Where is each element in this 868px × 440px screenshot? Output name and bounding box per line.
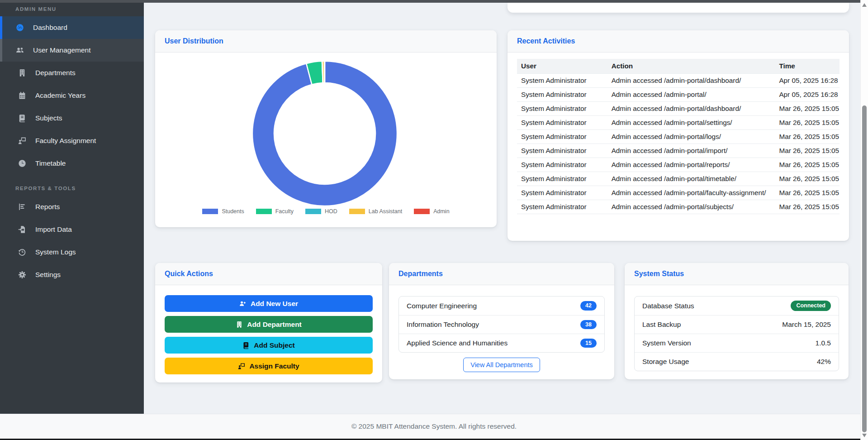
sidebar-item-user-management[interactable]: User Management <box>0 39 144 62</box>
building-icon <box>18 68 27 77</box>
legend-item-hod[interactable]: HOD <box>305 208 337 215</box>
table-row: System AdministratorAdmin accessed /admi… <box>517 88 840 102</box>
sidebar-section-label-admin-menu: ADMIN MENU <box>0 3 144 16</box>
cell-action: Admin accessed /admin-portal/import/ <box>607 144 775 158</box>
donut-slice-admin[interactable] <box>324 61 325 83</box>
sidebar-item-departments[interactable]: Departments <box>0 62 144 84</box>
user-distribution-chart-area: Students Faculty HOD Lab Assistant Admin <box>155 53 497 227</box>
cell-action: Admin accessed /admin-portal/settings/ <box>607 116 775 130</box>
status-label: Database Status <box>642 302 694 310</box>
table-row: System AdministratorAdmin accessed /admi… <box>517 74 840 88</box>
scroll-up-button[interactable] <box>862 3 867 7</box>
sidebar-item-label: Academic Years <box>35 91 85 100</box>
card-header: Quick Actions <box>155 263 382 285</box>
sidebar: ADMIN MENU DashboardUser ManagementDepar… <box>0 3 144 414</box>
legend-item-lab-assistant[interactable]: Lab Assistant <box>349 208 402 215</box>
chart-bar-icon <box>18 202 27 211</box>
cell-time: Apr 05, 2025 16:28 <box>775 88 840 102</box>
department-count-badge: 38 <box>580 320 597 330</box>
card-header: Departments <box>389 263 614 285</box>
legend-item-faculty[interactable]: Faculty <box>256 208 294 215</box>
button-label: Add Department <box>247 320 302 329</box>
department-count-badge: 42 <box>580 301 597 311</box>
legend-label: HOD <box>325 208 337 215</box>
cell-user: System Administrator <box>517 88 607 102</box>
legend-label: Lab Assistant <box>369 208 402 215</box>
card-header: System Status <box>625 263 849 285</box>
sidebar-item-reports[interactable]: Reports <box>0 196 144 218</box>
chalkboard-teacher-icon <box>238 363 245 370</box>
scroll-down-button[interactable] <box>862 434 867 437</box>
scrollbar-track[interactable] <box>860 0 868 440</box>
sidebar-item-system-logs[interactable]: System Logs <box>0 241 144 263</box>
cell-user: System Administrator <box>517 172 607 186</box>
cell-time: Apr 05, 2025 16:28 <box>775 74 840 88</box>
view-all-departments-button[interactable]: View All Departments <box>463 358 540 372</box>
doughnut-chart <box>155 53 497 227</box>
department-name: Computer Engineering <box>407 302 477 310</box>
sidebar-item-timetable[interactable]: Timetable <box>0 152 144 175</box>
department-count-badge: 15 <box>580 339 597 348</box>
quick-action-add-new-user-button[interactable]: Add New User <box>165 295 373 312</box>
cell-time: Mar 26, 2025 15:05 <box>775 130 840 144</box>
table-row: System AdministratorAdmin accessed /admi… <box>517 102 840 116</box>
table-row: System AdministratorAdmin accessed /admi… <box>517 186 840 200</box>
legend-label: Faculty <box>275 208 294 215</box>
cell-action: Admin accessed /admin-portal/reports/ <box>607 158 775 172</box>
table-row: System AdministratorAdmin accessed /admi… <box>517 144 840 158</box>
chart-legend: Students Faculty HOD Lab Assistant Admin <box>155 208 497 215</box>
cell-time: Mar 26, 2025 15:05 <box>775 102 840 116</box>
legend-item-admin[interactable]: Admin <box>414 208 449 215</box>
department-name: Information Technology <box>407 320 479 329</box>
sidebar-item-import-data[interactable]: Import Data <box>0 218 144 241</box>
sidebar-item-faculty-assignment[interactable]: Faculty Assignment <box>0 129 144 152</box>
sidebar-item-label: System Logs <box>35 248 76 256</box>
cell-action: Admin accessed /admin-portal/dashboard/ <box>607 102 775 116</box>
departments-list: Computer Engineering 42Information Techn… <box>398 296 605 353</box>
sidebar-item-dashboard[interactable]: Dashboard <box>0 16 144 39</box>
quick-action-add-department-button[interactable]: Add Department <box>165 316 373 333</box>
status-row-storage-usage: Storage Usage42% <box>635 352 839 371</box>
legend-swatch <box>256 209 272 214</box>
cell-time: Mar 26, 2025 15:05 <box>775 144 840 158</box>
column-header-action: Action <box>607 59 775 74</box>
cell-action: Admin accessed /admin-portal/subjects/ <box>607 200 775 214</box>
card-title-recent-activities: Recent Activities <box>517 37 575 45</box>
cell-action: Admin accessed /admin-portal/faculty-ass… <box>607 186 775 200</box>
sidebar-item-label: Dashboard <box>33 24 67 32</box>
column-header-time: Time <box>775 59 840 74</box>
cell-action: Admin accessed /admin-portal/ <box>607 88 775 102</box>
scrollbar-thumb[interactable] <box>862 105 867 432</box>
cell-time: Mar 26, 2025 15:05 <box>775 200 840 214</box>
footer-copyright-text: © 2025 MBIT Attendance System. All right… <box>351 422 517 430</box>
cell-time: Mar 26, 2025 15:05 <box>775 116 840 130</box>
cell-action: Admin accessed /admin-portal/dashboard/ <box>607 74 775 88</box>
department-item-applied-science-and-humanities: Applied Science and Humanities 15 <box>399 334 604 352</box>
status-value: 1.0.5 <box>816 339 831 347</box>
table-row: System AdministratorAdmin accessed /admi… <box>517 130 840 144</box>
sidebar-item-academic-years[interactable]: Academic Years <box>0 84 144 107</box>
status-row-database-status: Database StatusConnected <box>635 297 839 315</box>
cell-user: System Administrator <box>517 102 607 116</box>
quick-action-assign-faculty-button[interactable]: Assign Faculty <box>165 358 373 374</box>
sidebar-item-settings[interactable]: Settings <box>0 263 144 286</box>
cell-user: System Administrator <box>517 74 607 88</box>
gear-icon <box>18 270 27 279</box>
cell-user: System Administrator <box>517 200 607 214</box>
status-value: March 15, 2025 <box>782 320 831 329</box>
history-icon <box>18 248 27 257</box>
status-value: 42% <box>817 358 831 366</box>
legend-label: Admin <box>433 208 449 215</box>
department-item-information-technology: Information Technology 38 <box>399 315 604 334</box>
cell-time: Mar 26, 2025 15:05 <box>775 186 840 200</box>
legend-item-students[interactable]: Students <box>202 208 244 215</box>
cell-time: Mar 26, 2025 15:05 <box>775 172 840 186</box>
button-label: Add Subject <box>254 341 294 349</box>
card-header: Recent Activities <box>508 30 849 53</box>
book-icon <box>242 342 250 349</box>
card-header: User Distribution <box>155 30 497 53</box>
sidebar-item-subjects[interactable]: Subjects <box>0 107 144 129</box>
status-label: Storage Usage <box>642 358 689 366</box>
sidebar-item-label: Import Data <box>35 225 72 234</box>
quick-action-add-subject-button[interactable]: Add Subject <box>165 337 373 354</box>
